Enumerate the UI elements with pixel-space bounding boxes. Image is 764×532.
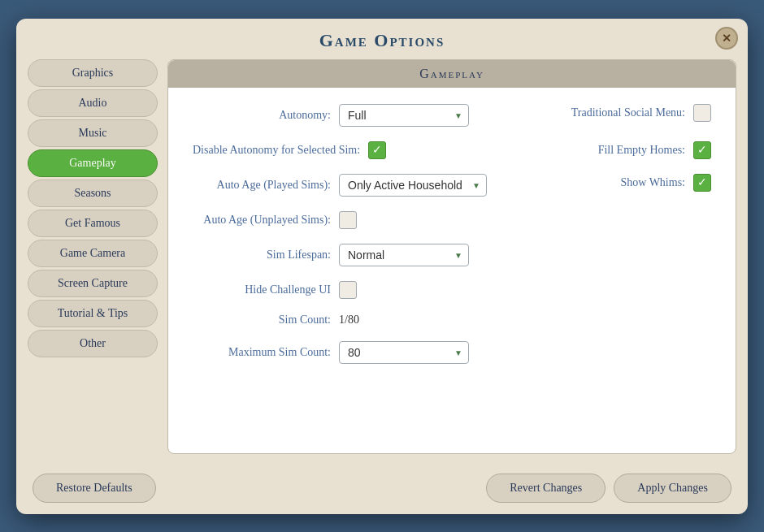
auto-age-unplayed-row: Auto Age (Unplayed Sims):	[193, 211, 711, 229]
fill-empty-homes-checkbox[interactable]: ✓	[693, 141, 711, 159]
autonomy-select[interactable]: Full High Normal Low Off	[339, 104, 469, 127]
max-sim-count-select-wrapper: 10 20 40 80 100 150 200	[339, 341, 469, 364]
disable-autonomy-label: Disable Autonomy for Selected Sim:	[193, 144, 360, 157]
max-sim-count-row: Maximum Sim Count: 10 20 40 80 100 150 2…	[193, 341, 711, 364]
sidebar-item-tutorial-tips[interactable]: Tutorial & Tips	[28, 300, 158, 327]
auto-age-played-select-wrapper: Only Active Household All Off	[339, 174, 487, 197]
auto-age-played-select[interactable]: Only Active Household All Off	[339, 174, 487, 197]
col-left-disable: Disable Autonomy for Selected Sim: ✓	[193, 141, 516, 159]
row-auto-age-played: Auto Age (Played Sims): Only Active Hous…	[193, 174, 711, 197]
sidebar-item-screen-capture[interactable]: Screen Capture	[28, 270, 158, 297]
col-left-auto-age: Auto Age (Played Sims): Only Active Hous…	[193, 174, 516, 197]
fill-empty-homes-label: Fill Empty Homes:	[598, 144, 685, 157]
apply-changes-button[interactable]: Apply Changes	[614, 474, 731, 503]
footer-right: Revert Changes Apply Changes	[486, 474, 731, 503]
sidebar-item-other[interactable]: Other	[28, 330, 158, 357]
sidebar-item-audio[interactable]: Audio	[28, 89, 158, 117]
autonomy-select-wrapper: Full High Normal Low Off	[339, 104, 469, 127]
sidebar-item-gameplay[interactable]: Gameplay	[28, 149, 158, 177]
show-whims-row: Show Whims: ✓	[516, 174, 711, 192]
max-sim-count-select[interactable]: 10 20 40 80 100 150 200	[339, 341, 469, 364]
sidebar-item-game-camera[interactable]: Game Camera	[28, 240, 158, 267]
main-content: Gameplay Autonomy: Full High Normal	[167, 59, 736, 454]
restore-defaults-button[interactable]: Restore Defaults	[33, 474, 156, 503]
hide-challenge-checkbox[interactable]	[339, 281, 357, 299]
row-autonomy: Autonomy: Full High Normal Low Off	[193, 104, 711, 127]
hide-challenge-label: Hide Challenge UI	[193, 283, 331, 296]
col-right-whims: Show Whims: ✓	[516, 174, 711, 197]
game-options-dialog: Game Options ✕ Graphics Audio Music Game…	[16, 19, 748, 514]
fill-empty-homes-row: Fill Empty Homes: ✓	[516, 141, 711, 159]
sim-count-label: Sim Count:	[193, 314, 331, 327]
revert-changes-button[interactable]: Revert Changes	[486, 474, 606, 503]
hide-challenge-row: Hide Challenge UI	[193, 281, 711, 299]
col-right-fill: Fill Empty Homes: ✓	[516, 141, 711, 159]
traditional-social-checkbox[interactable]	[693, 104, 711, 122]
sim-count-value: 1/80	[339, 314, 359, 327]
sidebar: Graphics Audio Music Gameplay Seasons Ge…	[28, 59, 158, 454]
autonomy-row: Autonomy: Full High Normal Low Off	[193, 104, 516, 127]
max-sim-count-label: Maximum Sim Count:	[193, 346, 331, 359]
row-disable-autonomy: Disable Autonomy for Selected Sim: ✓ Fil…	[193, 141, 711, 159]
sim-lifespan-select[interactable]: Short Normal Long Epic	[339, 244, 469, 266]
traditional-social-label: Traditional Social Menu:	[571, 106, 685, 119]
sim-lifespan-label: Sim Lifespan:	[193, 249, 331, 262]
sidebar-item-get-famous[interactable]: Get Famous	[28, 210, 158, 237]
autonomy-label: Autonomy:	[193, 109, 331, 122]
sim-lifespan-row: Sim Lifespan: Short Normal Long Epic	[193, 244, 711, 266]
col-right-autonomy: Traditional Social Menu:	[516, 104, 711, 127]
dialog-footer: Restore Defaults Revert Changes Apply Ch…	[16, 465, 748, 514]
auto-age-played-label: Auto Age (Played Sims):	[193, 179, 331, 192]
disable-autonomy-checkbox[interactable]: ✓	[368, 141, 386, 159]
settings-area: Autonomy: Full High Normal Low Off	[168, 88, 736, 453]
sidebar-item-graphics[interactable]: Graphics	[28, 59, 158, 87]
sidebar-item-music[interactable]: Music	[28, 119, 158, 147]
sim-lifespan-select-wrapper: Short Normal Long Epic	[339, 244, 469, 266]
auto-age-unplayed-label: Auto Age (Unplayed Sims):	[193, 214, 331, 227]
disable-autonomy-row: Disable Autonomy for Selected Sim: ✓	[193, 141, 516, 159]
col-left-autonomy: Autonomy: Full High Normal Low Off	[193, 104, 516, 127]
close-button[interactable]: ✕	[715, 27, 738, 50]
sidebar-item-seasons[interactable]: Seasons	[28, 179, 158, 207]
section-header: Gameplay	[168, 60, 736, 88]
auto-age-played-row: Auto Age (Played Sims): Only Active Hous…	[193, 174, 516, 197]
dialog-title: Game Options	[319, 30, 445, 50]
dialog-header: Game Options ✕	[16, 19, 748, 59]
sim-count-row: Sim Count: 1/80	[193, 314, 711, 327]
auto-age-unplayed-checkbox[interactable]	[339, 211, 357, 229]
dialog-body: Graphics Audio Music Gameplay Seasons Ge…	[16, 59, 748, 465]
show-whims-label: Show Whims:	[621, 176, 685, 189]
show-whims-checkbox[interactable]: ✓	[693, 174, 711, 192]
traditional-social-row: Traditional Social Menu:	[516, 104, 711, 122]
